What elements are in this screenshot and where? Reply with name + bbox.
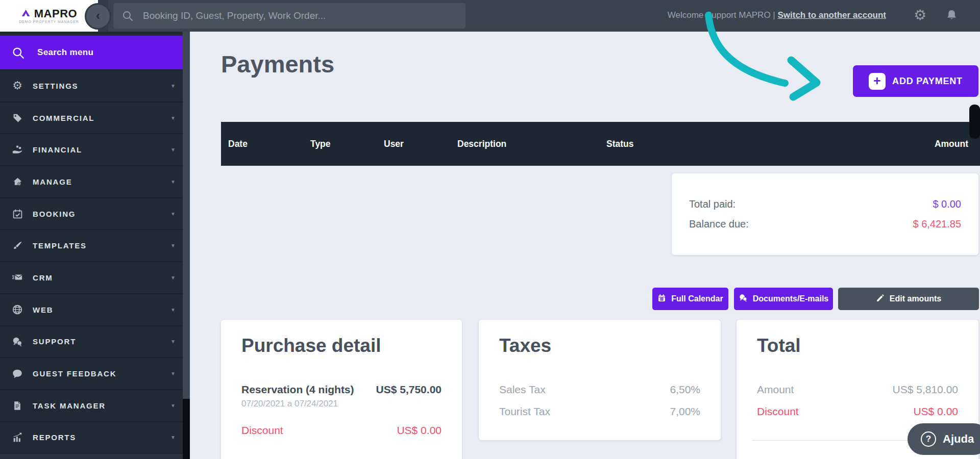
sidebar-item-crm[interactable]: CRM ▼ [0,261,183,293]
tourist-tax-label: Tourist Tax [499,405,550,418]
documents-emails-button[interactable]: Documents/E-mails [734,288,833,310]
global-search[interactable] [113,3,465,29]
chevron-down-icon: ▼ [170,371,176,376]
app-root: MAPRO DEMO PROPERTY MANAGER ‹ Welcome Su… [0,0,980,459]
tourist-tax-value: 7,00% [670,405,700,418]
tourist-tax-row: Tourist Tax 7,00% [499,405,700,418]
reservation-dates: 07/20/2021 a 07/24/2021 [241,399,338,409]
chat-bubbles-icon [9,336,26,347]
sales-tax-row: Sales Tax 6,50% [499,384,700,396]
page-scrollbar-thumb[interactable] [969,105,980,139]
chevron-down-icon: ▼ [170,435,176,440]
document-list-icon [9,400,26,411]
logo-brand-text: MAPRO [34,9,77,19]
sales-tax-value: 6,50% [670,384,700,396]
help-button[interactable]: ? Ajuda [908,423,980,455]
chevron-down-icon: ▼ [170,147,176,152]
help-label: Ajuda [943,432,974,446]
total-amount-label: Amount [757,384,794,396]
welcome-label: Welcome Support MAPRO | [668,10,778,20]
sidebar: Search menu ⚙ SETTINGS ▼ COMMERCIAL ▼ FI… [0,32,183,459]
logo-caret-icon [21,9,32,19]
discount-value: US$ 0.00 [397,424,442,437]
total-amount-value: US$ 5,810.00 [893,384,958,396]
edit-amounts-label: Edit amounts [890,294,941,303]
chat-bubbles-icon [739,293,748,304]
hand-coins-icon [9,144,26,156]
welcome-text: Welcome Support MAPRO | Switch to anothe… [668,10,886,20]
sidebar-item-financial[interactable]: FINANCIAL ▼ [0,133,183,165]
chevron-down-icon: ▼ [170,243,176,248]
calendar-icon [657,294,666,304]
total-paid-value: $ 0.00 [933,198,961,210]
search-icon [11,46,25,60]
chevron-down-icon: ▼ [170,275,176,280]
sidebar-item-booking[interactable]: BOOKING ▼ [0,197,183,230]
total-paid-row: Total paid: $ 0.00 [689,198,961,210]
reservation-row: Reservation (4 nights) US$ 5,750.00 [241,384,442,396]
sidebar-scrollbar-thumb[interactable] [183,399,190,459]
documents-emails-label: Documents/E-mails [753,294,828,303]
sidebar-search-menu[interactable]: Search menu [0,36,183,69]
purchase-discount-row: Discount US$ 0.00 [241,424,442,437]
sidebar-item-support[interactable]: SUPPORT ▼ [0,325,183,358]
sidebar-item-partial[interactable] [0,453,183,459]
question-icon: ? [921,431,936,447]
chevron-down-icon: ▼ [170,83,176,89]
pencil-icon [876,294,885,304]
taxes-card: Taxes Sales Tax 6,50% Tourist Tax 7,00% [479,320,721,440]
total-discount-row: Discount US$ 0.00 [757,405,958,418]
global-search-input[interactable] [143,10,449,21]
column-type: Type [310,122,331,166]
speech-bubble-icon [9,368,26,379]
settings-gear-icon[interactable]: ⚙ [914,7,926,24]
chevron-down-icon: ▼ [170,339,176,344]
envelope-send-icon [9,272,26,283]
column-user: User [384,122,404,166]
balance-due-label: Balance due: [689,218,749,230]
add-payment-button[interactable]: + ADD PAYMENT [853,65,978,97]
total-discount-value: US$ 0.00 [913,405,958,418]
column-status: Status [606,122,633,166]
sidebar-item-templates[interactable]: TEMPLATES ▼ [0,229,183,261]
sidebar-item-web[interactable]: WEB ▼ [0,293,183,325]
sidebar-menu-list: ⚙ SETTINGS ▼ COMMERCIAL ▼ FINANCIAL ▼ [0,69,183,459]
add-payment-label: ADD PAYMENT [892,76,963,87]
price-tag-icon [9,113,26,123]
taxes-title: Taxes [499,335,551,356]
chevron-down-icon: ▼ [170,307,176,313]
total-amount-row: Amount US$ 5,810.00 [757,384,958,396]
sidebar-item-task-manager[interactable]: TASK MANAGER ▼ [0,389,183,421]
sidebar-item-reports[interactable]: REPORTS ▼ [0,421,183,453]
full-calendar-label: Full Calendar [671,294,723,303]
edit-amounts-button[interactable]: Edit amounts [838,288,979,310]
chevron-down-icon: ▼ [170,179,176,185]
bar-chart-icon [9,432,26,443]
switch-account-link[interactable]: Switch to another account [777,10,886,20]
discount-label: Discount [241,424,283,437]
sidebar-item-guest-feedback[interactable]: GUEST FEEDBACK ▼ [0,357,183,389]
sidebar-item-settings[interactable]: ⚙ SETTINGS ▼ [0,69,183,101]
reservation-value: US$ 5,750.00 [376,384,442,396]
full-calendar-button[interactable]: Full Calendar [652,288,728,310]
total-discount-label: Discount [757,405,799,418]
sidebar-scrollbar-track[interactable] [183,32,190,459]
payment-summary-card: Total paid: $ 0.00 Balance due: $ 6,421.… [672,173,978,255]
purchase-detail-card: Purchase detail Reservation (4 nights) U… [221,320,462,459]
payments-table-header: Date Type User Description Status Amount [221,122,980,166]
total-title: Total [757,335,801,356]
purchase-detail-title: Purchase detail [241,335,381,356]
logo[interactable]: MAPRO DEMO PROPERTY MANAGER [0,0,98,32]
reservation-label: Reservation (4 nights) [241,384,354,396]
globe-icon [9,304,26,315]
chevron-down-icon: ▼ [170,115,176,121]
sidebar-item-manage[interactable]: MANAGE ▼ [0,165,183,197]
calendar-check-icon [9,209,26,219]
gear-icon: ⚙ [9,80,26,91]
column-date: Date [228,122,248,166]
notifications-bell-icon[interactable] [945,9,958,24]
page-title: Payments [221,50,334,78]
sidebar-item-commercial[interactable]: COMMERCIAL ▼ [0,101,183,134]
house-gear-icon [9,176,26,187]
sidebar-collapse-button[interactable]: ‹ [85,3,111,30]
